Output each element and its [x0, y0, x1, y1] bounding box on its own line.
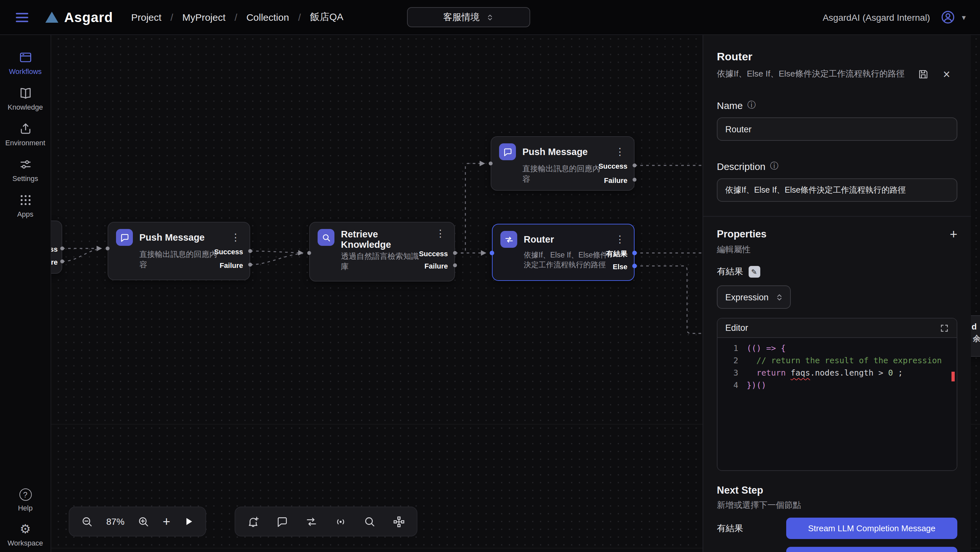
run-workflow-icon[interactable] [183, 516, 194, 527]
node-label-fragment: 余 [973, 333, 980, 345]
asgard-logo [45, 12, 58, 23]
left-sidebar: Workflows Knowledge Environment Settings… [0, 35, 51, 552]
sidebar-label: Apps [17, 210, 33, 218]
next-step-title: Next Step [717, 485, 957, 496]
menu-icon[interactable] [14, 10, 30, 25]
sidebar-item-environment[interactable]: Environment [0, 122, 51, 147]
next-step-button-push-message[interactable]: Push Message [786, 547, 957, 552]
kebab-icon[interactable]: ⋮ [614, 147, 626, 156]
node-title: Push Message [522, 147, 588, 157]
zoom-out-icon[interactable] [81, 515, 93, 528]
breadcrumb-collection[interactable]: Collection [246, 12, 289, 23]
node-description: 透過自然語言檢索知識庫 [310, 250, 426, 278]
panel-title: Router [717, 51, 957, 64]
breadcrumb-project[interactable]: Project [131, 12, 161, 23]
chat-bubble-icon [499, 144, 516, 160]
account-label: AsgardAI (Asgard Internal) [822, 12, 930, 22]
chevron-down-icon[interactable]: ▾ [962, 13, 966, 22]
notification-add-icon[interactable] [247, 515, 259, 528]
edit-icon[interactable]: ✎ [748, 266, 760, 278]
next-step-button-stream-llm[interactable]: Stream LLM Completion Message [786, 518, 957, 539]
node-retrieve-knowledge[interactable]: Retrieve Knowledge ⋮ 透過自然語言檢索知識庫 Success… [309, 222, 455, 281]
router-icon [500, 231, 517, 248]
kebab-icon[interactable]: ⋮ [229, 233, 242, 242]
info-icon: ⓘ [747, 99, 756, 111]
node-router[interactable]: Router ⋮ 依據If、Else If、Else條件決定工作流程執行的路徑 … [492, 224, 635, 281]
expression-editor: Editor 1(() => {2 // return the result o… [717, 318, 957, 471]
upload-icon [19, 122, 32, 136]
sidebar-item-knowledge[interactable]: Knowledge [0, 86, 51, 111]
gear-icon: ⚙ [20, 523, 31, 536]
sidebar-label: Help [18, 504, 32, 512]
book-icon [19, 86, 32, 100]
node-output-label: Success [214, 248, 243, 255]
breadcrumb-separator: / [298, 12, 301, 23]
name-input[interactable] [717, 117, 957, 141]
sidebar-label: Environment [5, 139, 45, 147]
node-output-label: Failure [220, 262, 243, 269]
sidebar-item-workspace[interactable]: ⚙ Workspace [0, 523, 51, 547]
node-output-label: Failure [425, 262, 448, 270]
description-input[interactable] [717, 179, 957, 202]
environment-select[interactable]: 客服情境 [407, 7, 530, 27]
property-key: 有結果 [717, 266, 743, 278]
kebab-icon[interactable]: ⋮ [434, 229, 447, 238]
sliders-icon [19, 158, 32, 171]
sidebar-item-workflows[interactable]: Workflows [0, 51, 51, 75]
sidebar-item-help[interactable]: ? Help [0, 488, 51, 512]
node-title: Push Message [139, 232, 205, 242]
node-push-message-1[interactable]: Push Message ⋮ 直接輸出訊息的回應內容 Success Failu… [108, 222, 250, 280]
description-label: Description [717, 161, 765, 172]
expand-icon[interactable] [940, 323, 949, 332]
node-description: 直接輸出訊息的回應內容 [491, 160, 611, 191]
node-title: Router [524, 234, 554, 244]
environment-select-value: 客服情境 [443, 11, 480, 23]
chat-bubble-icon[interactable] [276, 515, 288, 528]
canvas-zoom-toolbar: 87% + [69, 507, 206, 536]
top-bar: Asgard Project / MyProject / Collection … [0, 0, 980, 35]
close-icon[interactable]: × [943, 69, 950, 80]
node-output-label: Else [613, 263, 627, 271]
node-output-label: 有結果 [606, 250, 627, 257]
editor-title: Editor [725, 323, 748, 333]
workflows-icon [19, 51, 32, 64]
node-title-fragment: d [972, 322, 977, 332]
breadcrumb-myproject[interactable]: MyProject [182, 12, 225, 23]
swap-arrows-icon[interactable] [305, 515, 318, 528]
add-node-icon[interactable]: + [163, 516, 170, 527]
properties-title: Properties [717, 228, 767, 240]
property-type-select[interactable]: Expression [717, 286, 791, 309]
sidebar-item-settings[interactable]: Settings [0, 158, 51, 182]
search-icon[interactable] [364, 515, 376, 528]
save-icon[interactable] [918, 69, 929, 80]
search-icon [318, 229, 334, 246]
code-lines: 1(() => {2 // return the result of the e… [718, 342, 957, 391]
app-window: ⋮ Success Failure Push Message ⋮ 直接輸出訊息的… [0, 0, 980, 552]
node-output-label: Success [598, 162, 627, 170]
next-step-branch-label: 有結果 [717, 522, 743, 534]
error-marker [951, 372, 955, 381]
canvas-tools-toolbar [235, 507, 417, 536]
node-description: 直接輸出訊息的回應內容 [108, 246, 228, 276]
sidebar-item-apps[interactable]: Apps [0, 193, 51, 218]
breadcrumb-separator: / [170, 12, 173, 23]
zoom-in-icon[interactable] [137, 515, 150, 528]
node-output-label: Success [419, 250, 448, 257]
node-push-message-2[interactable]: Push Message ⋮ 直接輸出訊息的回應內容 Success Failu… [491, 136, 635, 191]
properties-subtitle: 編輯屬性 [717, 244, 957, 255]
user-avatar-icon[interactable] [940, 10, 955, 25]
zoom-level: 87% [106, 516, 124, 527]
help-icon: ? [19, 488, 32, 501]
kebab-icon[interactable]: ⋮ [614, 235, 626, 244]
node-title: Retrieve Knowledge [341, 229, 397, 250]
node-description: 依據If、Else If、Else條件決定工作流程執行的路徑 [493, 248, 618, 276]
breadcrumb-workflow[interactable]: 飯店QA [310, 11, 343, 23]
vector-icon[interactable] [393, 515, 405, 528]
divider [703, 216, 971, 217]
code-editor[interactable]: 1(() => {2 // return the result of the e… [718, 338, 957, 470]
info-icon: ⓘ [770, 160, 778, 172]
broadcast-icon[interactable] [334, 515, 347, 528]
add-property-icon[interactable]: + [950, 228, 957, 240]
property-type-value: Expression [725, 292, 769, 302]
inspector-panel: Router 依據If、Else If、Else條件決定工作流程執行的路徑 × … [703, 35, 971, 552]
